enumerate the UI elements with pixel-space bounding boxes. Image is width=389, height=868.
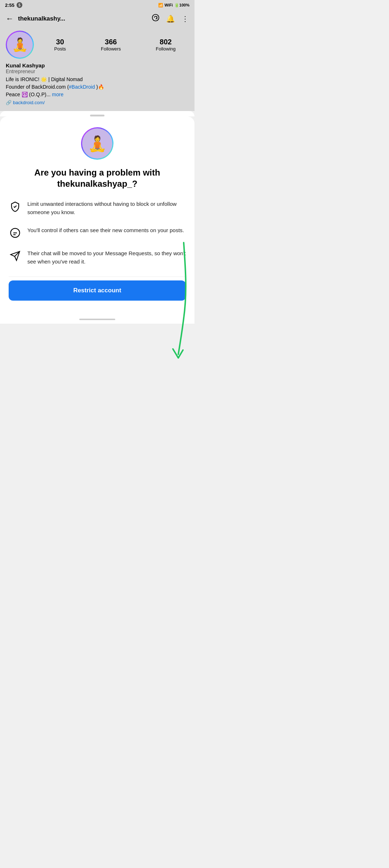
back-button[interactable]: ← [6,14,14,23]
status-time: 2:55 [5,3,14,8]
send-message-icon [9,249,22,262]
sim-icon: 📶 [158,3,163,8]
profile-username-header: thekunalkashy... [18,15,147,22]
restrict-button-area: Restrict account [9,276,186,308]
feature-item-2: You'll control if others can see their n… [9,226,186,239]
profile-name: Kunal Kashyap [6,62,189,68]
followers-count: 366 [105,38,117,46]
status-icons: 📶 WiFi 🔋100% [158,3,189,8]
link-icon: 🔗 [6,100,12,105]
svg-point-0 [152,14,159,21]
profile-stats: 30 Posts 366 Followers 802 Following [41,38,189,52]
restrict-bottom-sheet: 🧘 Are you having a problem with thekunal… [0,116,194,315]
status-bar: 2:55 5 📶 WiFi 🔋100% [0,0,194,10]
posts-label: Posts [54,46,66,52]
battery-icon: 🔋100% [174,3,189,8]
following-label: Following [156,46,176,52]
chat-bubble-icon [9,226,22,239]
modal-title: Are you having a problem with thekunalka… [9,167,186,189]
feature-item-1: Limit unwanted interactions without havi… [9,200,186,216]
more-options-icon[interactable]: ⋮ [182,14,189,23]
modal-avatar-section: 🧘 [9,116,186,167]
notification-badge: 5 [17,2,22,8]
modal-avatar: 🧘 [81,127,113,160]
feature-text-2: You'll control if others can see their n… [27,226,186,235]
feature-item-3: Their chat will be moved to your Message… [9,249,186,266]
followers-label: Followers [101,46,121,52]
profile-title: Entrepreneur [6,68,189,74]
posts-stat[interactable]: 30 Posts [54,38,66,52]
home-indicator [79,319,115,320]
restrict-account-button[interactable]: Restrict account [9,280,186,301]
profile-link[interactable]: 🔗 backdroid.com/ [6,100,189,105]
modal-avatar-image: 🧘 [88,135,107,152]
bottom-hint-bar [0,315,194,324]
wifi-icon: WiFi [165,3,173,7]
shield-check-icon [9,200,22,213]
instagram-header: ← thekunalkashy... 🔔 ⋮ [0,10,194,27]
feature-list: Limit unwanted interactions without havi… [9,200,186,266]
followers-stat[interactable]: 366 Followers [101,38,121,52]
following-stat[interactable]: 802 Following [156,38,176,52]
profile-avatar[interactable]: 🧘 [6,31,34,59]
following-count: 802 [160,38,171,46]
profile-bio: Life is IRONIC! 🌟 | Digital NomadFounder… [6,76,189,98]
threads-icon[interactable] [152,14,160,23]
posts-count: 30 [56,38,64,46]
link-text: backdroid.com/ [13,100,45,105]
feature-text-3: Their chat will be moved to your Message… [27,249,186,266]
header-icons: 🔔 ⋮ [152,14,189,23]
notification-bell-icon[interactable]: 🔔 [166,14,175,23]
feature-text-1: Limit unwanted interactions without havi… [27,200,186,216]
avatar-image: 🧘 [12,37,28,52]
profile-section: 🧘 30 Posts 366 Followers 802 Following K… [0,27,194,111]
sheet-handle-area [0,111,194,116]
